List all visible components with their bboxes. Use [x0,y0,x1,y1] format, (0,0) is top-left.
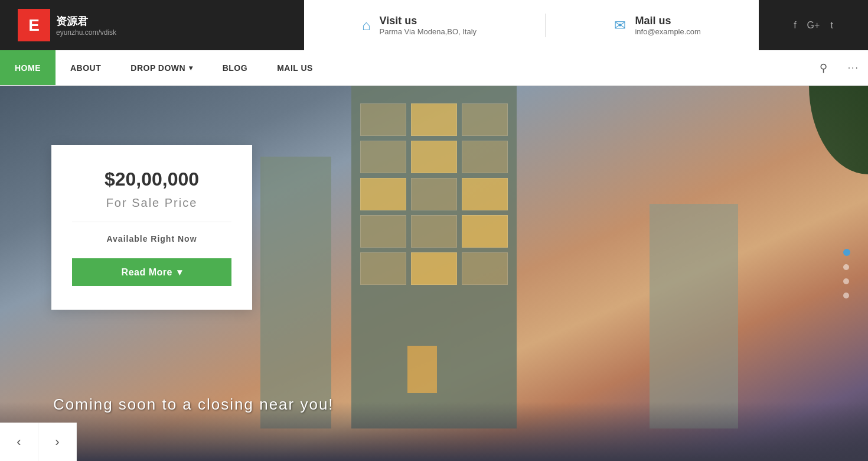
window [462,215,508,248]
nav-blog[interactable]: BLOG [208,50,262,85]
mail-label: Mail us [635,15,700,27]
visit-contact: ⌂ Visit us Parma Via Modena,BO, Italy [362,15,477,36]
next-arrow-button[interactable]: › [38,423,77,461]
googleplus-icon[interactable]: G+ [807,20,820,31]
property-price: $20,00,000 [72,168,231,190]
mail-detail: info@example.com [635,27,700,36]
window [360,141,406,173]
home-icon: ⌂ [362,17,371,34]
slide-dot-1[interactable] [843,249,850,256]
slide-dot-4[interactable] [843,293,849,298]
read-more-label: Read More [122,267,172,278]
logo-text: 资源君 eyunzhu.com/vdisk [56,14,116,37]
closing-text: Coming soon to a closing near you! [53,395,334,414]
window [462,103,508,136]
logo-title: 资源君 [56,14,116,28]
card-divider [72,222,231,222]
contact-area: ⌂ Visit us Parma Via Modena,BO, Italy ✉ … [304,0,759,50]
main-building [351,86,517,428]
nav-mailUs[interactable]: MAIL US [262,50,328,85]
nav-bar: HOME ABOUT DROP DOWN ▾ BLOG MAIL US ⚲ ··… [0,50,868,86]
window [462,178,508,210]
top-bar: E 资源君 eyunzhu.com/vdisk ⌂ Visit us Parma… [0,0,868,50]
nav-items: HOME ABOUT DROP DOWN ▾ BLOG MAIL US [0,50,328,85]
window [360,103,406,136]
window [411,215,457,248]
search-icon[interactable]: ⚲ [808,61,839,74]
nav-arrows: ‹ › [0,423,77,461]
price-label: For Sale Price [72,196,231,210]
window-grid [360,103,508,285]
slide-dot-3[interactable] [843,278,849,284]
window [360,252,406,285]
facebook-icon[interactable]: f [794,20,796,31]
window [411,141,457,173]
nav-home[interactable]: HOME [0,50,56,85]
visit-info: Visit us Parma Via Modena,BO, Italy [380,15,477,36]
info-card: $20,00,000 For Sale Price Available Righ… [51,145,252,310]
left-building [260,157,331,428]
visit-detail: Parma Via Modena,BO, Italy [380,27,477,36]
right-building [650,204,738,428]
logo-area: E 资源君 eyunzhu.com/vdisk [0,9,304,41]
window [462,141,508,173]
nav-dropdown[interactable]: DROP DOWN ▾ [116,50,207,85]
mail-contact: ✉ Mail us info@example.com [614,15,700,36]
mail-icon: ✉ [614,17,626,34]
mail-info: Mail us info@example.com [635,15,700,36]
contact-divider [545,14,546,37]
window [360,178,406,210]
social-area: f G+ t [759,0,868,50]
logo-subtitle: eyunzhu.com/vdisk [56,28,116,37]
hero-section: $20,00,000 For Sale Price Available Righ… [0,86,868,461]
window [411,178,457,210]
building-entrance [407,346,437,393]
window [411,252,457,285]
prev-arrow-button[interactable]: ‹ [0,423,38,461]
logo-box[interactable]: E 资源君 eyunzhu.com/vdisk [18,9,116,41]
nav-dots: ··· [839,63,868,73]
dropdown-arrow-icon: ▾ [189,64,193,72]
visit-label: Visit us [380,15,477,27]
slide-indicators [843,249,850,298]
window [360,215,406,248]
window [411,103,457,136]
twitter-icon[interactable]: t [830,20,833,31]
nav-about[interactable]: ABOUT [56,50,116,85]
slide-dot-2[interactable] [843,264,849,270]
window [462,252,508,285]
logo-icon: E [18,9,50,41]
read-more-button[interactable]: Read More ▾ [72,258,231,286]
chevron-down-icon: ▾ [177,267,182,278]
available-text: Available Right Now [72,234,231,244]
